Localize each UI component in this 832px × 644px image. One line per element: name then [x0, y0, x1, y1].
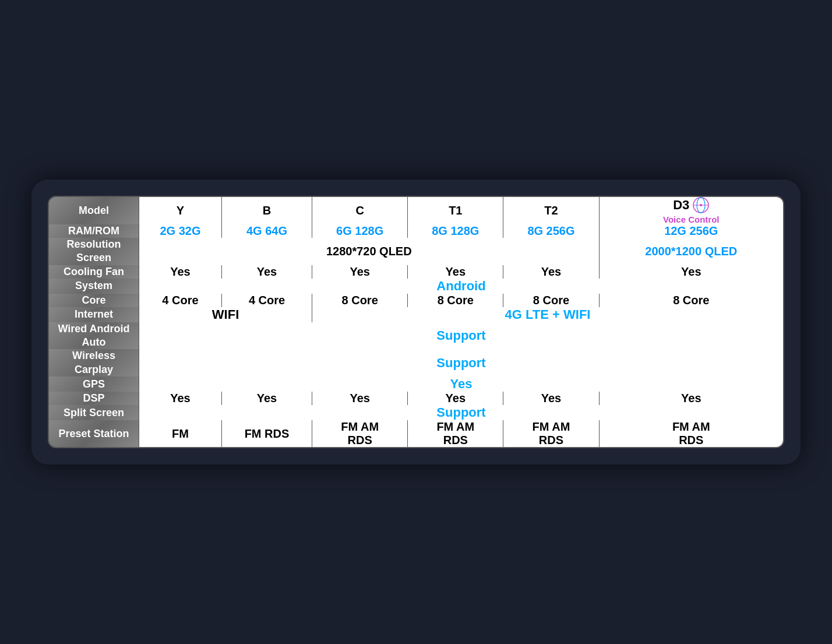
label-resolution: ResolutionScreen — [49, 238, 139, 265]
cell-core-t1: 8 Core — [408, 294, 503, 307]
row-system: System Android — [49, 279, 783, 294]
cell-dsp-y: Yes — [139, 392, 222, 405]
cell-cooling-c: Yes — [312, 265, 408, 279]
cell-ram-b: 4G 64G — [222, 224, 312, 238]
cell-split: Support — [139, 405, 783, 420]
label-preset: Preset Station — [49, 420, 139, 447]
cell-model-c: C — [312, 197, 408, 224]
row-gps: GPS Yes — [49, 376, 783, 392]
label-gps: GPS — [49, 376, 139, 392]
cell-dsp-t2: Yes — [503, 392, 599, 405]
cell-dsp-b: Yes — [222, 392, 312, 405]
cell-preset-b: FM RDS — [222, 420, 312, 447]
cell-dsp-d3: Yes — [600, 392, 783, 405]
cell-core-y: 4 Core — [139, 294, 222, 307]
cell-internet-wifi: WIFI — [139, 307, 312, 322]
label-internet: Internet — [49, 307, 139, 322]
row-resolution: ResolutionScreen 1280*720 QLED 2000*1200… — [49, 238, 783, 265]
label-core: Core — [49, 294, 139, 307]
row-model: Model Y B C T1 T2 D — [49, 197, 783, 224]
cell-resolution-main: 1280*720 QLED — [139, 238, 600, 265]
cell-model-b: B — [222, 197, 312, 224]
row-cooling: Cooling Fan Yes Yes Yes Yes Yes — [49, 265, 783, 279]
cell-model-t2: T2 — [503, 197, 599, 224]
cell-internet-4g: 4G LTE + WIFI — [312, 307, 783, 322]
row-wired: Wired AndroidAuto Support — [49, 322, 783, 350]
outer-container: Model Y B C T1 T2 D — [31, 180, 801, 464]
cell-model-d3: D3 Voice Control — [600, 197, 783, 224]
cell-ram-d3: 12G 256G — [600, 224, 783, 238]
cell-gps: Yes — [139, 376, 783, 392]
cell-core-t2: 8 Core — [503, 294, 599, 307]
row-core: Core 4 Core 4 Core 8 Core 8 Core 8 Core — [49, 294, 783, 307]
comparison-table: Model Y B C T1 T2 D — [48, 196, 784, 448]
cell-system: Android — [139, 279, 783, 294]
cell-cooling-t1: Yes — [408, 265, 503, 279]
label-cooling: Cooling Fan — [49, 265, 139, 279]
cell-core-d3: 8 Core — [600, 294, 783, 307]
cell-preset-t2: FM AMRDS — [503, 420, 599, 447]
label-ram: RAM/ROM — [49, 224, 139, 238]
svg-point-3 — [700, 204, 702, 206]
label-system: System — [49, 279, 139, 294]
cell-cooling-b: Yes — [222, 265, 312, 279]
cell-dsp-c: Yes — [312, 392, 408, 405]
row-wireless: WirelessCarplay Support — [49, 349, 783, 376]
cell-model-y: Y — [139, 197, 222, 224]
cell-ram-y: 2G 32G — [139, 224, 222, 238]
row-ram: RAM/ROM 2G 32G 4G 64G 6G 128G 8G 128G 8G… — [49, 224, 783, 238]
label-dsp: DSP — [49, 392, 139, 405]
cell-cooling-d3: Yes — [600, 265, 783, 279]
label-model: Model — [49, 197, 139, 224]
row-split: Split Screen Support — [49, 405, 783, 420]
cell-model-t1: T1 — [408, 197, 503, 224]
cell-ram-t2: 8G 256G — [503, 224, 599, 238]
cell-dsp-t1: Yes — [408, 392, 503, 405]
label-wireless: WirelessCarplay — [49, 349, 139, 376]
cell-core-c: 8 Core — [312, 294, 408, 307]
cell-preset-d3: FM AMRDS — [600, 420, 783, 447]
cell-preset-y: FM — [139, 420, 222, 447]
cell-wireless: Support — [139, 349, 783, 376]
cell-ram-t1: 8G 128G — [408, 224, 503, 238]
cell-core-b: 4 Core — [222, 294, 312, 307]
cell-wired: Support — [139, 322, 783, 350]
row-internet: Internet WIFI 4G LTE + WIFI — [49, 307, 783, 322]
cell-preset-t1: FM AMRDS — [408, 420, 503, 447]
row-preset: Preset Station FM FM RDS FM AMRDS FM AMR… — [49, 420, 783, 447]
label-wired: Wired AndroidAuto — [49, 322, 139, 350]
cell-ram-c: 6G 128G — [312, 224, 408, 238]
row-dsp: DSP Yes Yes Yes Yes Yes Yes — [49, 392, 783, 405]
cell-cooling-y: Yes — [139, 265, 222, 279]
voice-control-icon — [693, 197, 709, 213]
cell-cooling-t2: Yes — [503, 265, 599, 279]
cell-resolution-d3: 2000*1200 QLED — [600, 238, 783, 265]
label-split: Split Screen — [49, 405, 139, 420]
cell-preset-c: FM AMRDS — [312, 420, 408, 447]
